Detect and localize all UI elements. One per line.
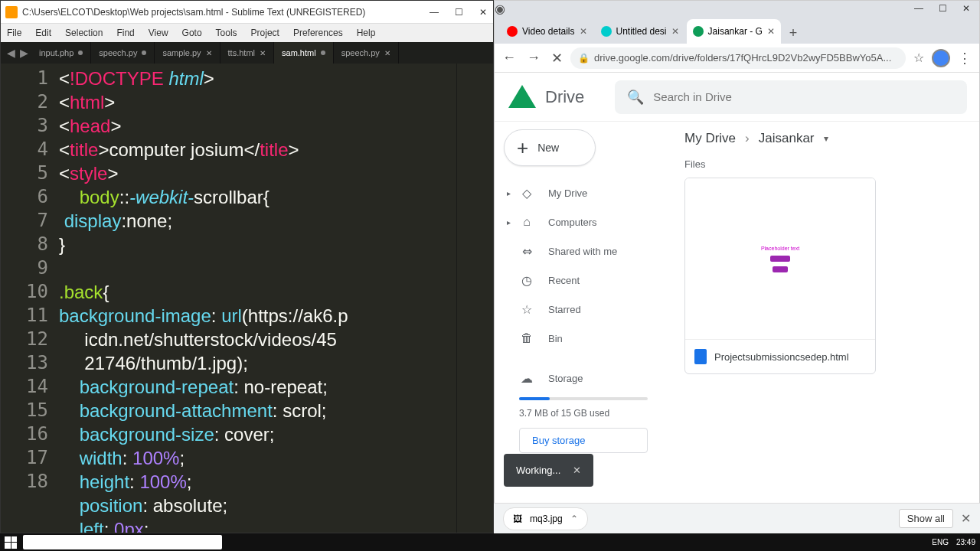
menu-goto[interactable]: Goto: [182, 28, 202, 38]
browser-tab[interactable]: Video details✕: [501, 19, 593, 44]
forward-button[interactable]: →: [527, 50, 541, 67]
storage-bar: [519, 397, 648, 400]
new-tab-button[interactable]: +: [782, 22, 804, 44]
bookmark-icon[interactable]: ☆: [913, 51, 924, 65]
menu-preferences[interactable]: Preferences: [293, 28, 343, 38]
storage-text: 3.7 MB of 15 GB used: [519, 408, 648, 419]
sidebar-item-computers[interactable]: ▸⌂Computers: [501, 207, 666, 236]
tab-close-icon[interactable]: ✕: [206, 49, 212, 57]
menu-help[interactable]: Help: [357, 28, 376, 38]
tray-lang[interactable]: ENG: [932, 538, 949, 546]
sidebar-icon: ☆: [519, 302, 534, 317]
new-button[interactable]: + New: [504, 129, 596, 166]
menu-tools[interactable]: Tools: [216, 28, 237, 38]
drive-logo-icon: [507, 82, 537, 112]
taskbar-search[interactable]: [23, 535, 222, 549]
file-thumbnail: Placeholder text: [685, 178, 875, 339]
sidebar-item-storage[interactable]: ☁Storage: [501, 364, 666, 393]
windows-taskbar[interactable]: ENG 23:49: [0, 533, 980, 551]
stop-button[interactable]: ✕: [551, 50, 563, 67]
sidebar-item-starred[interactable]: ☆Starred: [501, 295, 666, 324]
editor-tab[interactable]: speech.py: [91, 42, 155, 64]
favicon-icon: [601, 26, 612, 37]
downloads-close-icon[interactable]: ✕: [961, 511, 971, 526]
toast-close-icon[interactable]: ✕: [573, 465, 581, 476]
back-button[interactable]: ←: [502, 50, 516, 67]
file-card[interactable]: Placeholder text Projectsubmissioncsedep…: [684, 178, 876, 374]
sidebar-item-my-drive[interactable]: ▸◇My Drive: [501, 178, 666, 207]
minimize-button[interactable]: —: [914, 3, 923, 14]
search-input[interactable]: [653, 90, 955, 103]
close-button[interactable]: ✕: [962, 3, 970, 14]
sidebar-icon: ◷: [519, 273, 534, 288]
favicon-icon: [507, 26, 518, 37]
sidebar-item-recent[interactable]: ◷Recent: [501, 266, 666, 295]
editor-tab[interactable]: input.php: [31, 42, 91, 64]
drive-brand: Drive: [545, 87, 584, 107]
drive-search[interactable]: 🔍: [615, 80, 967, 114]
show-all-button[interactable]: Show all: [899, 509, 953, 528]
menu-file[interactable]: File: [7, 28, 21, 38]
favicon-icon: [693, 26, 704, 37]
dirty-dot-icon: [142, 51, 146, 55]
sidebar-icon: ◇: [519, 186, 534, 201]
nav-back-icon[interactable]: ◀: [7, 47, 15, 59]
sublime-title: C:\Users\ELCOT\Desktop\Web projects\sam.…: [22, 7, 429, 18]
expand-icon[interactable]: ▸: [507, 189, 511, 197]
tab-close-icon[interactable]: ✕: [671, 26, 679, 37]
close-button[interactable]: ✕: [478, 7, 488, 18]
chevron-up-icon[interactable]: ⌃: [570, 514, 578, 524]
buy-storage-button[interactable]: Buy storage: [519, 428, 648, 453]
menu-selection[interactable]: Selection: [65, 28, 103, 38]
tray-time[interactable]: 23:49: [956, 538, 975, 546]
download-filename: mq3.jpg: [530, 514, 563, 524]
sidebar-item-shared-with-me[interactable]: ⇔Shared with me: [501, 236, 666, 266]
sublime-logo-icon: [5, 6, 18, 18]
sublime-tabbar: ◀ ▶ input.phpspeech.pysample.py✕tts.html…: [1, 42, 493, 64]
editor-tab[interactable]: sam.html: [274, 42, 334, 64]
start-button[interactable]: [5, 536, 17, 549]
download-item[interactable]: 🖼 mq3.jpg ⌃: [503, 507, 588, 530]
tab-close-icon[interactable]: ✕: [260, 49, 266, 57]
sidebar-icon: 🗑: [519, 331, 534, 345]
address-bar[interactable]: 🔒 drive.google.com/drive/folders/17fQHrc…: [570, 47, 906, 69]
maximize-button[interactable]: ☐: [453, 7, 464, 18]
menu-edit[interactable]: Edit: [35, 28, 51, 38]
minimap[interactable]: [456, 64, 493, 533]
drive-app: Drive 🔍 + New ▸◇My Drive▸⌂Computers⇔Shar…: [495, 73, 979, 533]
incognito-icon: ◉: [495, 2, 505, 16]
crumb-current[interactable]: Jaisankar: [759, 131, 815, 146]
editor-tab[interactable]: speech.py✕: [334, 42, 399, 64]
tab-close-icon[interactable]: ✕: [384, 49, 390, 57]
drive-header: Drive 🔍: [495, 73, 979, 122]
file-type-icon: [694, 349, 707, 364]
crumb-root[interactable]: My Drive: [684, 131, 736, 146]
menu-view[interactable]: View: [149, 28, 168, 38]
profile-avatar[interactable]: [932, 49, 950, 67]
maximize-button[interactable]: ☐: [939, 3, 947, 14]
url-text: drive.google.com/drive/folders/17fQHrcL9…: [594, 52, 891, 64]
nav-fwd-icon[interactable]: ▶: [20, 47, 28, 59]
tab-close-icon[interactable]: ✕: [767, 26, 775, 37]
browser-tab[interactable]: Untitled desi✕: [595, 19, 685, 44]
lock-icon: 🔒: [578, 53, 590, 64]
image-file-icon: 🖼: [513, 514, 522, 524]
sidebar-item-bin[interactable]: 🗑Bin: [501, 324, 666, 353]
sublime-titlebar[interactable]: C:\Users\ELCOT\Desktop\Web projects\sam.…: [1, 1, 493, 24]
section-title: Files: [684, 158, 967, 170]
menu-project[interactable]: Project: [251, 28, 279, 38]
expand-icon[interactable]: ▸: [507, 218, 511, 227]
menu-find[interactable]: Find: [116, 28, 134, 38]
editor-tab[interactable]: tts.html✕: [220, 42, 274, 64]
editor-tab[interactable]: sample.py✕: [155, 42, 220, 64]
chevron-right-icon: ›: [745, 131, 750, 146]
code-editor[interactable]: <!DOCTYPE html><html><head><title>comput…: [59, 64, 456, 533]
file-name: Projectsubmissioncsedep.html: [714, 351, 849, 363]
browser-tab[interactable]: Jaisankar - G✕: [687, 19, 781, 44]
toast-text: Working...: [516, 465, 560, 476]
chevron-down-icon[interactable]: ▾: [824, 133, 828, 144]
minimize-button[interactable]: —: [429, 7, 439, 18]
chrome-menu-icon[interactable]: ⋮: [958, 50, 972, 67]
tab-close-icon[interactable]: ✕: [580, 26, 587, 37]
sublime-menubar: FileEditSelectionFindViewGotoToolsProjec…: [1, 24, 493, 42]
